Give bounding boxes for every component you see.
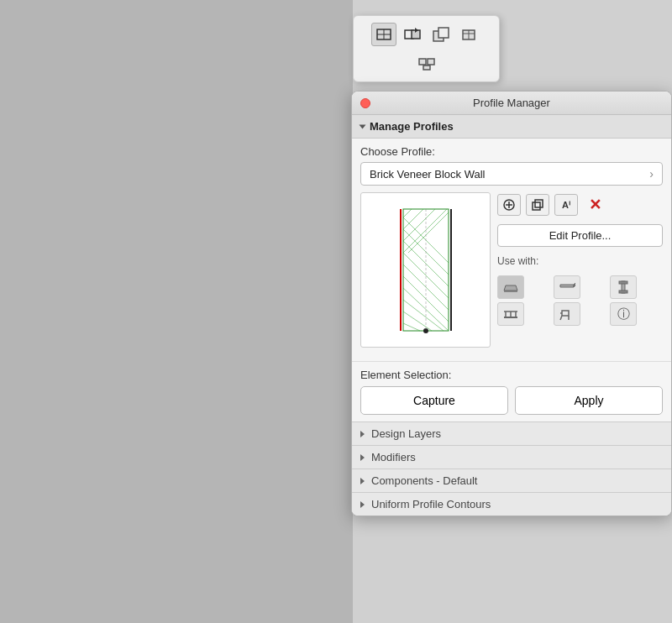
manage-profiles-header[interactable]: Manage Profiles [352,115,671,139]
duplicate-profile-button[interactable] [526,194,549,216]
uniform-profile-header[interactable]: Uniform Profile Contours [352,493,671,516]
svg-rect-270 [562,311,569,316]
uniform-profile-label: Uniform Profile Contours [371,498,491,510]
railing-use-icon[interactable] [497,302,524,326]
element-selection-label: Element Selection: [360,369,663,381]
profile-preview [360,192,491,348]
block-icon[interactable] [457,23,482,46]
modifiers-label: Modifiers [371,451,416,463]
manage-profiles-label: Manage Profiles [370,120,454,133]
profile-area: Aᴵ ✕ Edit Profile... Use with: [360,192,663,348]
uniform-profile-section: Uniform Profile Contours [352,492,671,516]
toolbar [353,15,500,82]
profile-actions: Aᴵ ✕ Edit Profile... Use with: [497,192,663,348]
manage-profiles-body: Choose Profile: Brick Veneer Block Wall … [352,139,671,361]
manage-profiles-arrow [360,124,366,128]
design-layers-section: Design Layers [352,421,671,445]
panel-titlebar: Profile Manager [352,92,671,115]
apply-button[interactable]: Apply [515,386,663,415]
profile-dropdown[interactable]: Brick Veneer Block Wall › [360,162,663,186]
components-section: Components - Default [352,469,671,492]
duplicate-icon[interactable] [428,23,454,46]
components-label: Components - Default [371,474,477,487]
add-profile-button[interactable] [497,194,521,216]
use-with-icons: ⓘ [497,275,663,326]
choose-profile-label: Choose Profile: [360,145,663,158]
modifiers-section: Modifiers [352,445,671,469]
svg-line-271 [560,316,562,320]
action-icons-row: Aᴵ ✕ [497,194,663,216]
profile-manager-panel: Profile Manager Manage Profiles Choose P… [351,91,672,516]
svg-rect-229 [419,59,426,65]
design-layers-arrow [360,431,365,437]
dropdown-chevron-icon: › [649,167,654,181]
slab-use-icon[interactable] [497,275,524,299]
svg-marker-261 [574,283,575,287]
capture-button[interactable]: Capture [360,386,508,415]
components-arrow [360,478,365,484]
close-button[interactable] [360,98,370,108]
modifiers-header[interactable]: Modifiers [352,446,671,469]
column-use-icon[interactable] [610,275,637,299]
selected-profile-text: Brick Veneer Block Wall [370,168,486,181]
components-header[interactable]: Components - Default [352,469,671,492]
svg-rect-263 [619,281,627,284]
3d-viewport [0,0,353,623]
svg-rect-256 [533,202,540,210]
svg-rect-225 [438,28,449,38]
move-icon[interactable] [400,23,425,46]
info-use-icon[interactable]: ⓘ [610,302,637,326]
svg-rect-264 [619,291,627,293]
use-with-label: Use with: [497,255,663,267]
furniture-use-icon[interactable] [554,302,580,326]
design-layers-label: Design Layers [371,427,441,440]
rename-profile-button[interactable]: Aᴵ [554,194,578,216]
svg-rect-231 [423,65,430,70]
svg-rect-230 [428,59,434,65]
beam-use-icon[interactable] [554,275,580,299]
uniform-profile-arrow [360,501,365,508]
svg-rect-257 [535,200,543,207]
panel-title: Profile Manager [473,97,550,109]
edit-profile-button[interactable]: Edit Profile... [497,224,663,247]
modifiers-arrow [360,454,365,461]
element-selection-buttons: Capture Apply [360,386,663,415]
element-selection-section: Element Selection: Capture Apply [352,361,671,421]
delete-profile-button[interactable]: ✕ [583,194,606,216]
svg-marker-259 [504,285,517,291]
group-icon[interactable] [414,52,439,76]
wall-profile-icon[interactable] [371,23,396,46]
design-layers-header[interactable]: Design Layers [352,422,671,445]
svg-marker-260 [560,285,574,287]
